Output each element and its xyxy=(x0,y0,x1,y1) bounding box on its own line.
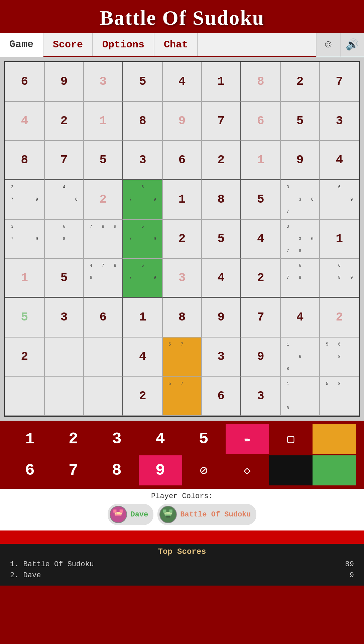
cell-r4-c8[interactable]: 3367 xyxy=(280,180,320,219)
color-black-btn[interactable] xyxy=(269,455,313,485)
cell-r7-c9[interactable]: 2 xyxy=(320,298,359,337)
cell-r2-c2[interactable]: 2 xyxy=(44,101,84,141)
cell-r9-c1[interactable] xyxy=(5,376,44,416)
cell-r7-c8[interactable]: 4 xyxy=(280,298,320,337)
cell-r5-c3[interactable]: 789 xyxy=(84,219,123,259)
cell-r3-c9[interactable]: 4 xyxy=(320,141,359,180)
cell-r7-c7[interactable]: 7 xyxy=(241,298,280,337)
cell-r5-c7[interactable]: 4 xyxy=(241,219,280,259)
cell-r4-c2[interactable]: 46 xyxy=(44,180,84,219)
cell-r9-c6[interactable]: 6 xyxy=(202,376,241,416)
cell-r1-c2[interactable]: 9 xyxy=(44,62,84,101)
cell-r6-c5[interactable]: 3 xyxy=(162,258,202,298)
cell-r8-c7[interactable]: 9 xyxy=(241,337,280,377)
cell-r4-c6[interactable]: 8 xyxy=(202,180,241,219)
cell-r6-c2[interactable]: 5 xyxy=(44,258,84,298)
cell-r2-c3[interactable]: 1 xyxy=(84,101,123,141)
cell-r3-c1[interactable]: 8 xyxy=(5,141,44,180)
emoji-button[interactable]: ☺ xyxy=(316,33,340,57)
cell-r3-c7[interactable]: 1 xyxy=(241,141,280,180)
cell-r9-c8[interactable]: 18 xyxy=(280,376,320,416)
cell-r9-c5[interactable]: 57 xyxy=(162,376,202,416)
cell-r7-c3[interactable]: 6 xyxy=(84,298,123,337)
cell-r1-c4[interactable]: 5 xyxy=(123,62,162,101)
cell-r4-c3[interactable]: 2 xyxy=(84,180,123,219)
tab-score[interactable]: Score xyxy=(43,33,93,56)
num-8[interactable]: 8 xyxy=(95,455,139,485)
cell-r3-c4[interactable]: 3 xyxy=(123,141,162,180)
erase-tool[interactable]: ⊘ xyxy=(182,455,226,485)
cell-r3-c8[interactable]: 9 xyxy=(280,141,320,180)
cell-r3-c2[interactable]: 7 xyxy=(44,141,84,180)
cell-r7-c1[interactable]: 5 xyxy=(5,298,44,337)
cell-r1-c6[interactable]: 1 xyxy=(202,62,241,101)
cell-r5-c8[interactable]: 33678 xyxy=(280,219,320,259)
cell-r1-c8[interactable]: 2 xyxy=(280,62,320,101)
cell-r9-c9[interactable]: 58 xyxy=(320,376,359,416)
num-2[interactable]: 2 xyxy=(52,424,95,454)
cell-r1-c7[interactable]: 8 xyxy=(241,62,280,101)
cell-r7-c6[interactable]: 9 xyxy=(202,298,241,337)
sound-button[interactable]: 🔊 xyxy=(340,33,364,57)
cell-r2-c8[interactable]: 5 xyxy=(280,101,320,141)
cell-r3-c5[interactable]: 6 xyxy=(162,141,202,180)
num-6[interactable]: 6 xyxy=(8,455,52,485)
cell-r2-c5[interactable]: 9 xyxy=(162,101,202,141)
cell-r7-c5[interactable]: 8 xyxy=(162,298,202,337)
cell-r6-c7[interactable]: 2 xyxy=(241,258,280,298)
color-green-btn[interactable] xyxy=(313,455,356,485)
cell-r5-c5[interactable]: 2 xyxy=(162,219,202,259)
cell-r8-c1[interactable]: 2 xyxy=(5,337,44,377)
cell-r4-c5[interactable]: 1 xyxy=(162,180,202,219)
cell-r4-c4[interactable]: 679 xyxy=(123,180,162,219)
cell-r9-c4[interactable]: 2 xyxy=(123,376,162,416)
tab-chat[interactable]: Chat xyxy=(154,33,198,56)
cell-r4-c1[interactable]: 379 xyxy=(5,180,44,219)
tab-game[interactable]: Game xyxy=(0,33,43,57)
cell-r6-c9[interactable]: 689 xyxy=(320,258,359,298)
cell-r6-c1[interactable]: 1 xyxy=(5,258,44,298)
num-1[interactable]: 1 xyxy=(8,424,52,454)
cell-r2-c6[interactable]: 7 xyxy=(202,101,241,141)
cell-r8-c5[interactable]: 57 xyxy=(162,337,202,377)
num-3[interactable]: 3 xyxy=(95,424,139,454)
cell-r3-c6[interactable]: 2 xyxy=(202,141,241,180)
cell-r8-c8[interactable]: 168 xyxy=(280,337,320,377)
num-7[interactable]: 7 xyxy=(52,455,95,485)
cell-r5-c6[interactable]: 5 xyxy=(202,219,241,259)
tab-options[interactable]: Options xyxy=(93,33,154,56)
cell-r1-c5[interactable]: 4 xyxy=(162,62,202,101)
num-5[interactable]: 5 xyxy=(182,424,226,454)
cell-r1-c1[interactable]: 6 xyxy=(5,62,44,101)
pencil-tool[interactable]: ✏ xyxy=(226,424,269,454)
cell-r4-c9[interactable]: 69 xyxy=(320,180,359,219)
cell-r9-c7[interactable]: 3 xyxy=(241,376,280,416)
cell-r8-c6[interactable]: 3 xyxy=(202,337,241,377)
cell-r1-c3[interactable]: 3 xyxy=(84,62,123,101)
cell-r6-c6[interactable]: 4 xyxy=(202,258,241,298)
num-4[interactable]: 4 xyxy=(139,424,182,454)
cell-r9-c2[interactable] xyxy=(44,376,84,416)
cell-r7-c4[interactable]: 1 xyxy=(123,298,162,337)
cell-r6-c8[interactable]: 678 xyxy=(280,258,320,298)
cell-r6-c3[interactable]: 4789 xyxy=(84,258,123,298)
cell-r5-c1[interactable]: 379 xyxy=(5,219,44,259)
cell-r1-c9[interactable]: 7 xyxy=(320,62,359,101)
diamond-tool[interactable]: ◇ xyxy=(226,455,269,485)
cell-r9-c3[interactable] xyxy=(84,376,123,416)
cell-r2-c7[interactable]: 6 xyxy=(241,101,280,141)
cell-r8-c9[interactable]: 568 xyxy=(320,337,359,377)
cell-r7-c2[interactable]: 3 xyxy=(44,298,84,337)
cell-r6-c4[interactable]: 679 xyxy=(123,258,162,298)
square-tool[interactable]: ▢ xyxy=(269,424,313,454)
cell-r8-c2[interactable] xyxy=(44,337,84,377)
cell-r2-c1[interactable]: 4 xyxy=(5,101,44,141)
cell-r5-c4[interactable]: 679 xyxy=(123,219,162,259)
cell-r4-c7[interactable]: 5 xyxy=(241,180,280,219)
cell-r5-c2[interactable]: 68 xyxy=(44,219,84,259)
cell-r3-c3[interactable]: 5 xyxy=(84,141,123,180)
color-orange-btn[interactable] xyxy=(313,424,356,454)
cell-r2-c4[interactable]: 8 xyxy=(123,101,162,141)
cell-r2-c9[interactable]: 3 xyxy=(320,101,359,141)
cell-r5-c9[interactable]: 1 xyxy=(320,219,359,259)
